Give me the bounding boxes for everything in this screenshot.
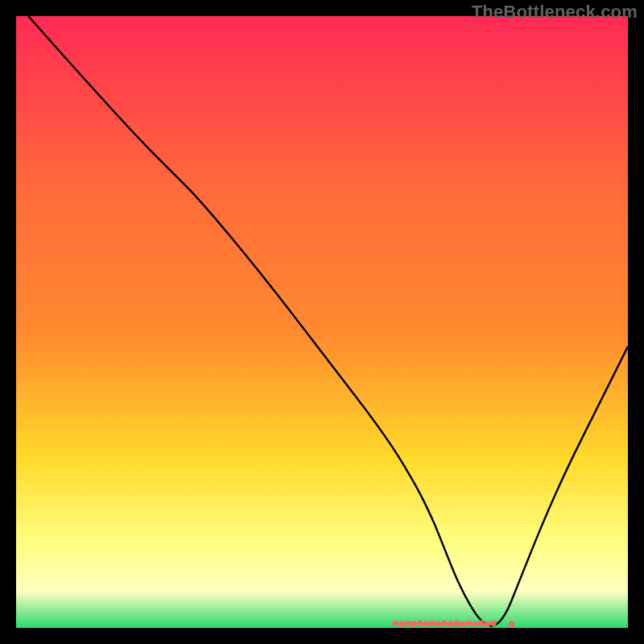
marker-point (423, 621, 429, 627)
marker-point (429, 620, 436, 626)
marker-point (448, 621, 454, 627)
source-watermark: TheBottleneck.com (472, 2, 638, 23)
marker-point (392, 620, 398, 626)
marker-point (453, 620, 460, 626)
marker-point (478, 620, 485, 626)
marker-point (436, 621, 442, 627)
marker-point (411, 621, 417, 627)
marker-point (441, 620, 448, 626)
marker-point (398, 621, 405, 627)
marker-point (417, 620, 423, 626)
marker-point (509, 621, 515, 627)
marker-point (490, 620, 497, 626)
marker-point (405, 620, 411, 626)
chart-frame (16, 16, 628, 628)
gradient-background (16, 16, 628, 628)
marker-point (466, 620, 473, 626)
marker-point (460, 621, 466, 627)
marker-point (484, 621, 490, 627)
marker-point (472, 621, 478, 627)
bottleneck-chart (16, 16, 628, 628)
